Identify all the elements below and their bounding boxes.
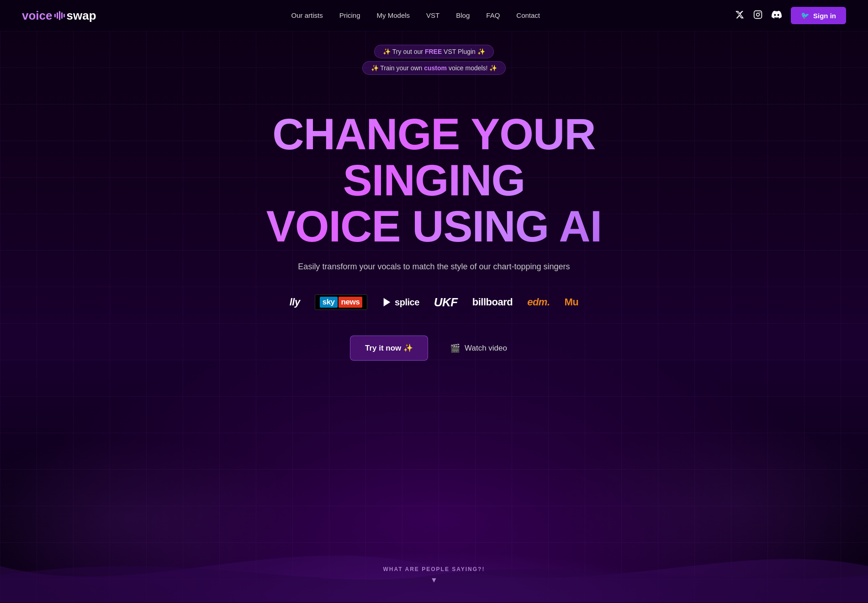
logo[interactable]: voice swap: [22, 9, 96, 23]
hero-content: ✨ Try out our FREE VST Plugin ✨ ✨ Train …: [0, 31, 868, 397]
nav-links: Our artists Pricing My Models VST Blog F…: [291, 11, 540, 20]
watch-video-button[interactable]: 🎬 Watch video: [439, 336, 518, 361]
billboard-logo: billboard: [472, 296, 513, 308]
svg-marker-3: [384, 298, 391, 306]
nav-item-my-models[interactable]: My Models: [377, 11, 410, 20]
chevron-down-icon: ▼: [430, 576, 438, 584]
discord-icon[interactable]: [772, 10, 782, 22]
headline-line2: VOICE USING AI: [266, 202, 602, 251]
nav-link-our-artists[interactable]: Our artists: [291, 11, 323, 19]
try-it-now-button[interactable]: Try it now ✨: [350, 336, 428, 361]
vst-highlight: FREE: [425, 48, 442, 55]
rolling-stone-text: lly: [290, 296, 300, 308]
twitter-x-icon[interactable]: [735, 10, 744, 21]
rolling-stone-logo: lly: [290, 296, 300, 308]
nav-item-pricing[interactable]: Pricing: [339, 11, 360, 20]
video-camera-icon: 🎬: [450, 343, 460, 353]
instagram-icon[interactable]: [753, 10, 762, 21]
nav-item-contact[interactable]: Contact: [516, 11, 540, 20]
sky-part: sky: [320, 297, 338, 308]
logo-swap: swap: [67, 9, 96, 23]
nav-link-vst[interactable]: VST: [426, 11, 439, 19]
announcement-vst[interactable]: ✨ Try out our FREE VST Plugin ✨: [374, 45, 494, 58]
edm-text: edm.: [527, 296, 550, 308]
nav-link-contact[interactable]: Contact: [516, 11, 540, 19]
cta-row: Try it now ✨ 🎬 Watch video: [350, 336, 518, 361]
watch-video-label: Watch video: [465, 344, 507, 353]
logo-voice: voice: [22, 9, 53, 23]
news-part: news: [339, 297, 363, 308]
splice-icon: [382, 297, 392, 307]
bar1: [54, 14, 56, 17]
ukf-logo: UKF: [434, 295, 458, 309]
splice-logo: splice: [382, 297, 419, 308]
nav-right: 🐦 Sign in: [735, 7, 846, 24]
headline-line1: CHANGE YOUR SINGING: [272, 110, 595, 204]
nav-link-my-models[interactable]: My Models: [377, 11, 410, 19]
nav-item-blog[interactable]: Blog: [456, 11, 470, 20]
bar5: [64, 14, 65, 17]
edm-logo: edm.: [527, 296, 550, 308]
try-it-label: Try it now ✨: [365, 343, 413, 353]
navbar: voice swap Our artists Pricing My Models…: [0, 0, 868, 31]
ukf-text: UKF: [434, 295, 458, 309]
hero-headline: CHANGE YOUR SINGING VOICE USING AI: [228, 111, 640, 249]
hero-subheadline: Easily transform your vocals to match th…: [298, 262, 570, 272]
nav-item-our-artists[interactable]: Our artists: [291, 11, 323, 20]
hero-section: ✨ Try out our FREE VST Plugin ✨ ✨ Train …: [0, 31, 868, 603]
bottom-tagline-text: WHAT ARE PEOPLE SAYING?!: [383, 566, 485, 572]
logos-strip: lly sky news splice UKF billboard edm.: [290, 294, 579, 310]
nav-item-vst[interactable]: VST: [426, 11, 439, 20]
nav-link-pricing[interactable]: Pricing: [339, 11, 360, 19]
sky-news-logo: sky news: [315, 294, 367, 310]
nav-link-faq[interactable]: FAQ: [486, 11, 500, 19]
billboard-text: billboard: [472, 296, 513, 308]
sign-in-icon: 🐦: [801, 11, 810, 20]
custom-highlight: custom: [424, 64, 447, 72]
mu-logo: Mu: [565, 296, 579, 308]
announcement-bar: ✨ Try out our FREE VST Plugin ✨ ✨ Train …: [362, 45, 506, 75]
bar3: [59, 11, 60, 20]
sign-in-label: Sign in: [813, 12, 836, 20]
nav-item-faq[interactable]: FAQ: [486, 11, 500, 20]
mu-text: Mu: [565, 296, 579, 308]
logo-waveform-icon: [54, 11, 65, 20]
announcement-models[interactable]: ✨ Train your own custom voice models! ✨: [362, 61, 506, 75]
nav-link-blog[interactable]: Blog: [456, 11, 470, 19]
sign-in-button[interactable]: 🐦 Sign in: [791, 7, 846, 24]
svg-rect-0: [754, 10, 762, 18]
splice-text: splice: [395, 297, 419, 308]
bottom-tagline: WHAT ARE PEOPLE SAYING?! ▼: [383, 566, 485, 584]
svg-point-1: [757, 13, 760, 16]
bar4: [61, 12, 63, 19]
svg-point-2: [760, 12, 761, 13]
bar2: [57, 12, 58, 19]
